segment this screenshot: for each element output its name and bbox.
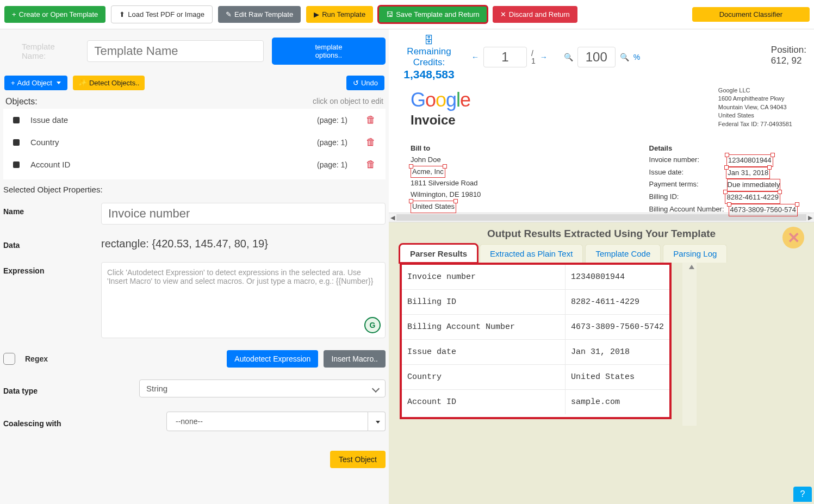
page-input[interactable] bbox=[483, 47, 527, 67]
undo-icon: ↺ bbox=[353, 79, 359, 87]
plus-icon: + bbox=[12, 10, 16, 18]
object-row[interactable]: Country (page: 1) 🗑 bbox=[3, 131, 386, 153]
caret-down-icon bbox=[374, 417, 380, 426]
play-icon: ▶ bbox=[314, 10, 319, 18]
pencil-icon: ✎ bbox=[226, 10, 232, 18]
expression-label: Expression bbox=[3, 262, 101, 275]
upload-icon: ⬆ bbox=[119, 10, 125, 18]
arrow-left-icon[interactable]: ← bbox=[471, 53, 479, 61]
grammarly-icon[interactable]: G bbox=[364, 317, 381, 333]
create-open-template-button[interactable]: +Create or Open Template bbox=[4, 6, 105, 23]
output-title: Output Results Extracted Using Your Temp… bbox=[389, 226, 814, 244]
autodetect-expression-button[interactable]: Autodetect Expression bbox=[227, 350, 318, 368]
trash-icon[interactable]: 🗑 bbox=[366, 136, 376, 148]
percent-label: % bbox=[633, 53, 640, 61]
left-panel: Template Name: template options.. +Add O… bbox=[0, 29, 389, 504]
details-block: Details Invoice number:12340801944 Issue… bbox=[649, 143, 798, 216]
object-label: Country bbox=[30, 138, 306, 147]
chevron-down-icon bbox=[373, 384, 378, 393]
data-value: rectangle: {420.53, 145.47, 80, 19} bbox=[101, 237, 268, 250]
template-options-button[interactable]: template options.. bbox=[272, 38, 386, 65]
wand-icon: ✨ bbox=[78, 79, 87, 87]
discard-return-button[interactable]: ✕Discard and Return bbox=[493, 6, 577, 23]
zoom-in-icon[interactable]: 🔍 bbox=[620, 53, 629, 61]
detect-objects-button[interactable]: ✨Detect Objects.. bbox=[73, 76, 145, 90]
data-type-select[interactable]: String bbox=[139, 379, 386, 397]
output-tabs: Parser Results Extracted as Plain Text T… bbox=[400, 244, 814, 263]
objects-list[interactable]: Issue date (page: 1) 🗑 Country (page: 1)… bbox=[3, 109, 386, 179]
top-toolbar: +Create or Open Template ⬆Load Test PDF … bbox=[0, 0, 814, 29]
regex-checkbox[interactable] bbox=[3, 353, 15, 365]
field-highlight[interactable]: 12340801944 bbox=[726, 154, 773, 167]
object-page: (page: 1) bbox=[317, 138, 355, 147]
name-label: Name bbox=[3, 203, 101, 216]
position-block: Position: 612, 92 bbox=[771, 45, 806, 66]
tab-template-code[interactable]: Template Code bbox=[585, 244, 661, 263]
plus-icon: + bbox=[11, 79, 15, 87]
parser-results-table: Invoice number12340801944 Billing ID8282… bbox=[400, 263, 672, 419]
field-highlight[interactable]: 4673-3809-7560-574 bbox=[729, 204, 798, 216]
add-object-button[interactable]: +Add Object bbox=[4, 76, 67, 90]
coalescing-label: Coalescing with bbox=[3, 415, 166, 428]
object-checkbox-icon[interactable] bbox=[13, 117, 20, 123]
expression-textarea[interactable]: Click 'Autodetect Expression' to detect … bbox=[101, 262, 386, 338]
field-highlight[interactable]: 8282-4611-4229 bbox=[725, 191, 780, 204]
coalescing-caret[interactable] bbox=[368, 412, 386, 431]
credits-value: 1,348,583 bbox=[396, 68, 462, 81]
document-preview[interactable]: Google Invoice Google LLC 1600 Amphithea… bbox=[389, 83, 814, 213]
expression-placeholder: Click 'Autodetect Expression' to detect … bbox=[107, 268, 373, 285]
regex-label: Regex bbox=[25, 354, 48, 363]
arrow-right-icon[interactable]: → bbox=[540, 53, 548, 61]
test-object-button[interactable]: Test Object bbox=[330, 451, 386, 468]
tab-plain-text[interactable]: Extracted as Plain Text bbox=[480, 244, 583, 263]
result-row: CountryUnited States bbox=[402, 365, 669, 390]
tab-parsing-log[interactable]: Parsing Log bbox=[663, 244, 727, 263]
trash-icon[interactable]: 🗑 bbox=[366, 114, 376, 126]
trash-icon[interactable]: 🗑 bbox=[366, 159, 376, 170]
close-output-button[interactable]: ✕ bbox=[782, 227, 804, 248]
data-type-label: Data type bbox=[3, 382, 139, 395]
field-highlight[interactable]: United States bbox=[411, 201, 456, 213]
result-row: Billing ID8282-4611-4229 bbox=[402, 290, 669, 315]
coalescing-select[interactable]: --none-- bbox=[166, 412, 368, 431]
bill-to-block: Bill to John Doe Acme, Inc 1811 Silversi… bbox=[411, 143, 481, 216]
field-highlight[interactable]: Jan 31, 2018 bbox=[726, 167, 770, 179]
name-input[interactable] bbox=[101, 203, 386, 225]
output-section: Output Results Extracted Using Your Temp… bbox=[389, 222, 814, 504]
result-row: Account IDsample.com bbox=[402, 390, 669, 414]
object-page: (page: 1) bbox=[317, 160, 355, 169]
result-row: Invoice number12340801944 bbox=[402, 265, 669, 290]
data-label: Data bbox=[3, 237, 101, 250]
tab-parser-results[interactable]: Parser Results bbox=[400, 244, 477, 263]
object-label: Account ID bbox=[30, 160, 306, 169]
credits-block: 🗄 Remaining Credits: 1,348,583 bbox=[396, 35, 462, 81]
document-classifier-button[interactable]: Document Classifier bbox=[692, 7, 810, 22]
undo-button[interactable]: ↺Undo bbox=[346, 76, 384, 90]
insert-macro-button[interactable]: Insert Macro.. bbox=[324, 350, 386, 368]
result-row: Billing Account Number4673-3809-7560-574… bbox=[402, 315, 669, 340]
object-checkbox-icon[interactable] bbox=[13, 161, 20, 168]
data-type-value: String bbox=[146, 384, 167, 393]
result-row: Issue dateJan 31, 2018 bbox=[402, 340, 669, 365]
vertical-scrollbar[interactable] bbox=[682, 263, 697, 426]
save-template-return-button[interactable]: 🖫Save Template and Return bbox=[378, 6, 487, 23]
run-template-button[interactable]: ▶Run Template bbox=[306, 6, 373, 23]
objects-hint: click on object to edit bbox=[313, 97, 383, 107]
edit-raw-template-button[interactable]: ✎Edit Raw Template bbox=[218, 6, 301, 23]
template-name-label: Template Name: bbox=[22, 42, 79, 60]
object-page: (page: 1) bbox=[317, 116, 355, 125]
zoom-input[interactable] bbox=[577, 47, 616, 67]
database-icon: 🗄 bbox=[396, 35, 462, 46]
template-name-input[interactable] bbox=[87, 40, 263, 62]
object-row[interactable]: Account ID (page: 1) 🗑 bbox=[3, 153, 386, 176]
zoom-out-icon[interactable]: 🔍 bbox=[564, 53, 573, 61]
objects-title: Objects: bbox=[5, 97, 38, 107]
selected-object-properties-title: Selected Object Properties: bbox=[0, 179, 389, 200]
object-label: Issue date bbox=[30, 115, 306, 125]
field-highlight[interactable]: Acme, Inc bbox=[411, 166, 445, 178]
object-row[interactable]: Issue date (page: 1) 🗑 bbox=[3, 109, 386, 131]
object-checkbox-icon[interactable] bbox=[13, 139, 20, 146]
help-button[interactable]: ? bbox=[793, 487, 812, 502]
close-icon: ✕ bbox=[500, 10, 506, 18]
load-test-pdf-button[interactable]: ⬆Load Test PDF or Image bbox=[111, 5, 213, 23]
